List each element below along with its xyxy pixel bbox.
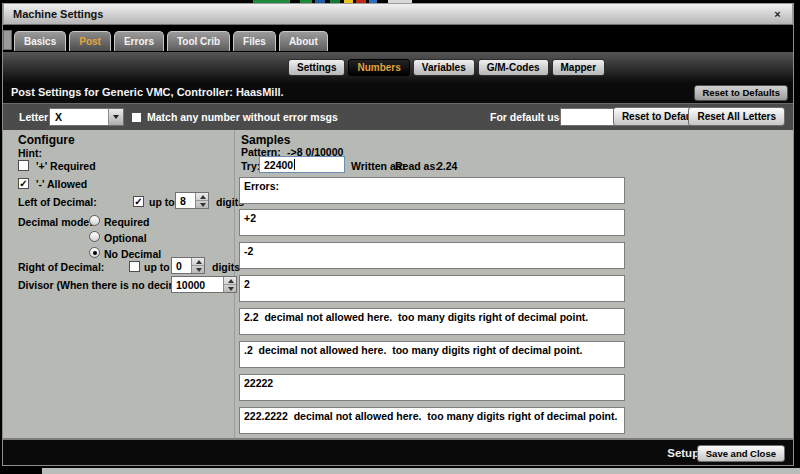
text-caret [294, 159, 295, 170]
right-of-decimal-checkbox[interactable] [129, 261, 140, 272]
left-digits-stepper[interactable]: 8 [175, 192, 209, 209]
right-digits-label: digits [212, 261, 240, 273]
close-icon[interactable]: × [770, 7, 785, 22]
window-titlebar[interactable]: Machine Settings × [3, 3, 793, 25]
no-decimal-label: No Decimal [104, 248, 161, 260]
subtab-gm-codes[interactable]: G/M-Codes [478, 59, 549, 76]
divisor-value: 10000 [176, 279, 205, 291]
chevron-down-icon[interactable] [108, 109, 123, 125]
content-area: Configure Hint: '+' Required ✓ '-' Allow… [3, 130, 793, 438]
main-tab-bar: Basics Post Errors Tool Crib Files About [3, 25, 793, 52]
stepper-arrows [191, 258, 204, 273]
minus-allowed-checkbox[interactable]: ✓ [18, 178, 29, 189]
no-decimal-radio[interactable] [89, 247, 100, 258]
right-digits-stepper[interactable]: 0 [171, 257, 205, 274]
machine-settings-dialog: Machine Settings × Basics Post Errors To… [2, 3, 794, 466]
sample-output-box: .2 decimal not allowed here. too many di… [239, 341, 625, 368]
minus-allowed-label: '-' Allowed [36, 178, 87, 190]
decimal-required-label: Required [104, 216, 150, 228]
decimal-optional-label: Optional [104, 232, 147, 244]
arrow-up-icon[interactable] [224, 277, 236, 285]
window-title: Machine Settings [13, 8, 103, 20]
left-edge-decoration [3, 30, 12, 50]
right-of-decimal-label: Right of Decimal: [18, 261, 104, 273]
arrow-up-icon[interactable] [196, 193, 208, 201]
post-settings-header: Post Settings for Generic VMC, Controlle… [3, 83, 793, 103]
subtab-mapper[interactable]: Mapper [552, 59, 606, 76]
left-of-decimal-checkbox[interactable]: ✓ [133, 196, 144, 207]
letter-select-value: X [55, 111, 62, 123]
left-of-decimal-label: Left of Decimal: [18, 196, 97, 208]
left-up-to-label: up to [149, 196, 175, 208]
screen: Machine Settings × Basics Post Errors To… [0, 0, 800, 474]
letter-bar: Letter: X Match any number without error… [3, 103, 793, 130]
reset-all-letters-button[interactable]: Reset All Letters [688, 107, 785, 126]
try-input[interactable]: 22400 [259, 156, 345, 173]
decimal-mode-label: Decimal mode: [18, 216, 93, 228]
arrow-down-icon[interactable] [196, 201, 208, 209]
arrow-down-icon[interactable] [192, 266, 204, 274]
try-label: Try: [241, 160, 260, 172]
read-as-value: 2.24 [437, 160, 457, 172]
tab-about[interactable]: About [279, 31, 328, 51]
reset-to-defaults-button[interactable]: Reset to Defaults [694, 85, 788, 101]
hint-label: Hint: [18, 147, 42, 159]
tab-tool-crib[interactable]: Tool Crib [167, 31, 230, 51]
sample-output-box: 2.2 decimal not allowed here. too many d… [239, 308, 625, 335]
match-any-number-checkbox[interactable] [131, 112, 142, 123]
right-digits-value: 0 [176, 260, 182, 272]
subtab-variables[interactable]: Variables [413, 59, 475, 76]
read-as-label: Read as: [395, 160, 439, 172]
sample-output-box: 2 [239, 275, 625, 302]
plus-required-checkbox[interactable] [18, 160, 29, 171]
sub-tab-bar: Settings Numbers Variables G/M-Codes Map… [3, 52, 793, 83]
arrow-down-icon[interactable] [224, 285, 236, 293]
left-digits-value: 8 [180, 195, 186, 207]
subtab-settings[interactable]: Settings [288, 59, 345, 76]
footer-bar: Setup: Save and Close [3, 438, 793, 465]
divisor-stepper[interactable]: 10000 [171, 276, 237, 293]
samples-title: Samples [241, 133, 290, 147]
letter-select[interactable]: X [49, 108, 124, 126]
configure-title: Configure [18, 133, 75, 147]
decimal-required-radio[interactable] [89, 215, 100, 226]
arrow-up-icon[interactable] [192, 258, 204, 266]
try-input-value: 22400 [264, 159, 293, 171]
tab-basics[interactable]: Basics [14, 31, 66, 51]
post-settings-title: Post Settings for Generic VMC, Controlle… [11, 86, 284, 98]
divisor-label: Divisor (When there is no decimal): [18, 279, 194, 291]
stepper-arrows [195, 193, 208, 208]
background-window-edge [42, 468, 800, 474]
stepper-arrows [223, 277, 236, 292]
sample-output-box: 22222 [239, 374, 625, 401]
sample-output-box: Errors: [239, 177, 625, 204]
sample-output-box: 222.2222 decimal not allowed here. too m… [239, 407, 625, 434]
tab-files[interactable]: Files [233, 31, 276, 51]
sample-output-box: +2 [239, 209, 625, 236]
decimal-optional-radio[interactable] [89, 231, 100, 242]
plus-required-label: '+' Required [36, 160, 96, 172]
tab-errors[interactable]: Errors [114, 31, 164, 51]
subtab-numbers[interactable]: Numbers [348, 59, 409, 76]
for-default-use-label: For default use: [490, 111, 569, 123]
sample-output-box: -2 [239, 242, 625, 269]
match-any-number-label: Match any number without error msgs [147, 111, 338, 123]
right-up-to-label: up to [144, 261, 170, 273]
letter-label: Letter: [19, 111, 52, 123]
tab-post[interactable]: Post [69, 31, 111, 51]
save-and-close-button[interactable]: Save and Close [697, 445, 785, 462]
